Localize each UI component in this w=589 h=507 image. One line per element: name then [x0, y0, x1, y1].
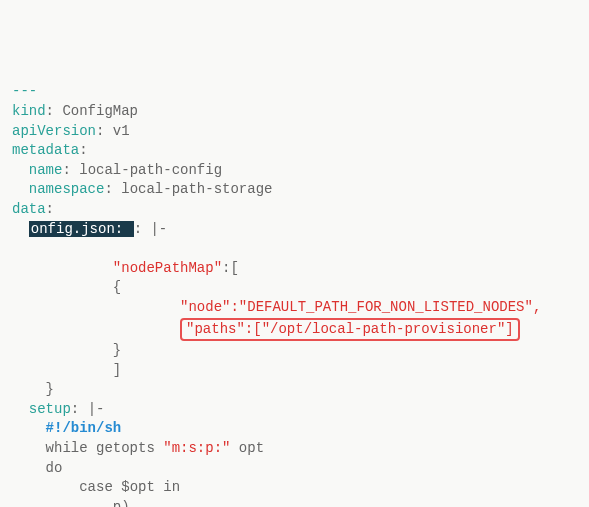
kind-key: kind	[12, 103, 46, 119]
setup-key: setup	[29, 401, 71, 417]
paths-highlighted-box: "paths":["/opt/local-path-provisioner"]	[180, 318, 520, 342]
metadata-key: metadata	[12, 142, 79, 158]
data-colon: :	[46, 201, 54, 217]
metadata-colon: :	[79, 142, 87, 158]
config-json-prefix: :	[115, 221, 132, 237]
nodepathmap-key: "nodePathMap"	[113, 260, 222, 276]
yaml-doc-separator: ---	[12, 83, 37, 99]
config-json-highlighted: onfig.json:	[29, 221, 134, 237]
do-keyword: do	[46, 460, 63, 476]
json-brace-open: {	[113, 279, 121, 295]
shebang-line: #!/bin/sh	[46, 420, 122, 436]
node-value: :"DEFAULT_PATH_FOR_NON_LISTED_NODES",	[230, 299, 541, 315]
while-pre: while getopts	[46, 440, 164, 456]
namespace-key: namespace	[29, 181, 105, 197]
getopts-arg: "m:s:p:"	[163, 440, 230, 456]
p-case: p)	[113, 499, 130, 507]
name-value: : local-path-config	[62, 162, 222, 178]
apiversion-value: : v1	[96, 123, 130, 139]
node-key: "node"	[180, 299, 230, 315]
outer-brace-close: }	[46, 381, 54, 397]
apiversion-key: apiVersion	[12, 123, 96, 139]
namespace-value: : local-path-storage	[104, 181, 272, 197]
name-key: name	[29, 162, 63, 178]
setup-pipe: : |-	[71, 401, 105, 417]
json-bracket-close: ]	[113, 362, 121, 378]
while-post: opt	[230, 440, 264, 456]
paths-line: "paths":["/opt/local-path-provisioner"]	[186, 321, 514, 337]
code-block: --- kind: ConfigMap apiVersion: v1 metad…	[12, 82, 577, 507]
config-json-pipe: : |-	[134, 221, 168, 237]
json-brace-close: }	[113, 342, 121, 358]
kind-value: : ConfigMap	[46, 103, 138, 119]
case-line: case $opt in	[79, 479, 180, 495]
data-key: data	[12, 201, 46, 217]
nodepathmap-bracket: :[	[222, 260, 239, 276]
